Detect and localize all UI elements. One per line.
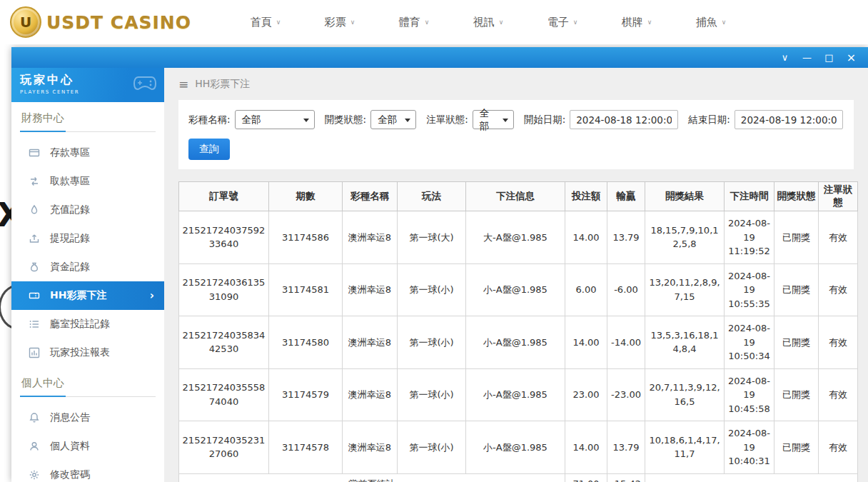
nav-item-home[interactable]: 首頁∨ [228, 16, 303, 29]
sidebar-item-label: 個人資料 [50, 440, 90, 453]
cell-result: 10,18,6,1,4,17,11,7 [645, 421, 725, 474]
sidebar-item-hh-lottery-bets[interactable]: HH彩票下注 › [11, 281, 164, 310]
cell-order: 2152172403759233640 [179, 211, 269, 264]
sidebar-item-label: 修改密碼 [50, 468, 90, 481]
sidebar-item-fund-records[interactable]: 資金記錄 [11, 253, 164, 281]
nav-item-label: 彩票 [325, 16, 346, 29]
sidebar-item-label: 資金記錄 [50, 261, 90, 273]
draw-status-label: 開獎狀態: [325, 114, 367, 126]
sidebar-item-label: 充值記錄 [50, 204, 90, 216]
col-header-time: 下注時間 [725, 182, 774, 211]
money-bag-icon [29, 261, 40, 273]
cell-order: 2152172403613531090 [179, 263, 269, 316]
nav-item-lottery[interactable]: 彩票∨ [303, 16, 377, 29]
table-header-row: 訂單號 期數 彩種名稱 玩法 下注信息 投注額 輸贏 開獎結果 下注時間 開獎狀… [179, 182, 858, 211]
bet-status-label: 注單狀態: [426, 114, 468, 126]
site-top-nav: U USDT CASINO 首頁∨ 彩票∨ 體育∨ 視訊∨ 電子∨ 棋牌∨ 捕魚… [0, 0, 868, 44]
end-date-label: 結束日期: [688, 114, 730, 126]
cell-period: 31174581 [269, 263, 343, 316]
sidebar-item-change-password[interactable]: 修改密碼 [11, 461, 164, 482]
nav-item-cards[interactable]: 棋牌∨ [600, 16, 674, 29]
sidebar-item-withdraw-records[interactable]: 提現記錄 [11, 224, 164, 253]
cell-play: 第一球(小) [398, 316, 466, 369]
chevron-down-icon: ∨ [722, 19, 727, 26]
nav-item-slots[interactable]: 電子∨ [525, 16, 600, 29]
start-date-input[interactable] [570, 110, 678, 129]
cell-bet-status: 有效 [819, 263, 858, 316]
lottery-type-select[interactable]: 全部 [235, 110, 315, 129]
cell-time: 2024-08-19 10:40:31 [725, 421, 774, 474]
chevron-down-icon: ∨ [573, 19, 578, 26]
summary-label: 當前頁統計 [179, 473, 565, 482]
player-center-window: ∨ — □ × 玩家中心 PLAYERS CENTER 財務中心 [11, 47, 868, 482]
sidebar-item-withdraw[interactable]: 取款專區 [11, 167, 164, 196]
cell-amount: 6.00 [565, 263, 607, 316]
sidebar-item-player-bet-report[interactable]: 玩家投注報表 [11, 338, 164, 367]
cell-draw-status: 已開獎 [774, 368, 819, 421]
sidebar-item-hall-bet-records[interactable]: 廳室投註記錄 [11, 310, 164, 338]
cell-draw-status: 已開獎 [774, 263, 819, 316]
nav-item-fishing[interactable]: 捕魚∨ [674, 16, 748, 29]
nav-item-label: 首頁 [251, 16, 272, 29]
user-icon [29, 441, 40, 452]
sidebar-header: 玩家中心 PLAYERS CENTER [11, 68, 164, 102]
table-row: 2152172403555874040 31174579 澳洲幸运8 第一球(小… [179, 368, 858, 421]
cell-bet-info: 小-A盤@1.985 [466, 421, 565, 474]
chevron-down-icon: ∨ [350, 19, 355, 26]
cell-order: 2152172403583442530 [179, 316, 269, 369]
window-minimize-button[interactable]: — [796, 47, 818, 68]
search-button[interactable]: 查詢 [188, 139, 230, 160]
cell-bet-status: 有效 [819, 421, 858, 474]
filter-panel: 彩種名稱: 全部 開獎狀態: 全部 注單狀態: 全部 開始日期: 結束日期: 查… [178, 100, 854, 169]
gear-icon [29, 469, 40, 481]
nav-item-label: 棋牌 [622, 16, 643, 29]
sidebar: 玩家中心 PLAYERS CENTER 財務中心 存款專區 取款專區 [11, 68, 164, 482]
cell-lottery: 澳洲幸运8 [343, 263, 398, 316]
main-menu: 首頁∨ 彩票∨ 體育∨ 視訊∨ 電子∨ 棋牌∨ 捕魚∨ [228, 16, 748, 29]
sidebar-item-recharge-records[interactable]: 充值記錄 [11, 196, 164, 224]
sidebar-personal-menu: 消息公告 個人資料 修改密碼 [11, 403, 164, 482]
gamepad-icon [133, 74, 157, 94]
ticket-icon [29, 290, 40, 301]
sidebar-item-label: 提現記錄 [50, 232, 90, 245]
nav-item-sports[interactable]: 體育∨ [377, 16, 451, 29]
nav-item-live[interactable]: 視訊∨ [451, 16, 525, 29]
chevron-down-icon: ∨ [647, 19, 652, 26]
sidebar-item-label: 存款專區 [50, 146, 90, 159]
site-logo[interactable]: U USDT CASINO [10, 6, 191, 38]
cell-time: 2024-08-19 10:50:34 [725, 316, 774, 369]
window-close-button[interactable]: × [840, 47, 862, 68]
summary-empty [645, 473, 858, 482]
sidebar-item-profile[interactable]: 個人資料 [11, 432, 164, 461]
cell-period: 31174580 [269, 316, 343, 369]
draw-status-select[interactable]: 全部 [370, 110, 416, 129]
cell-play: 第一球(大) [398, 211, 466, 264]
sidebar-item-label: HH彩票下注 [50, 289, 106, 302]
window-maximize-button[interactable]: □ [818, 47, 840, 68]
chevron-down-icon: ∨ [499, 19, 504, 26]
page-title: HH彩票下注 [195, 78, 250, 91]
nav-item-label: 視訊 [473, 16, 495, 29]
cell-play: 第一球(小) [398, 368, 466, 421]
bar-chart-icon [29, 347, 40, 358]
cell-draw-status: 已開獎 [774, 316, 819, 369]
sidebar-item-deposit[interactable]: 存款專區 [11, 139, 164, 167]
nav-item-label: 捕魚 [696, 16, 717, 29]
cell-amount: 23.00 [565, 368, 607, 421]
lottery-type-label: 彩種名稱: [188, 114, 231, 126]
cell-bet-status: 有效 [819, 368, 858, 421]
cell-bet-status: 有效 [819, 316, 858, 369]
col-header-period: 期數 [269, 182, 343, 211]
sidebar-item-announcements[interactable]: 消息公告 [11, 403, 164, 432]
nav-item-label: 電子 [547, 16, 569, 29]
cell-draw-status: 已開獎 [774, 211, 819, 264]
hamburger-menu-icon[interactable]: ≡ [178, 77, 188, 91]
bell-icon [29, 412, 40, 423]
bet-status-select[interactable]: 全部 [473, 110, 514, 129]
end-date-input[interactable] [735, 110, 843, 129]
sidebar-finance-menu: 存款專區 取款專區 充值記錄 提現記錄 資金記錄 [11, 139, 164, 367]
window-collapse-button[interactable]: ∨ [774, 47, 796, 68]
cell-draw-status: 已開獎 [774, 421, 819, 474]
cell-result: 13,20,11,2,8,9,7,15 [645, 263, 725, 316]
sidebar-item-label: 廳室投註記錄 [50, 318, 110, 331]
